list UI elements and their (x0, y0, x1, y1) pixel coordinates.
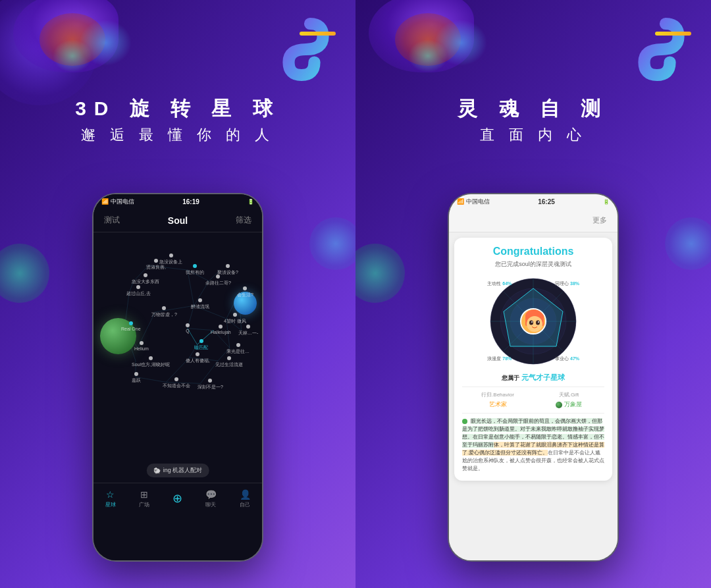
star-node-match[interactable]: 嗑匹配 (194, 339, 208, 351)
nav-right-text[interactable]: 筛选 (236, 215, 251, 226)
status-time: 16:19 (182, 198, 199, 205)
star-dot-13 (233, 313, 237, 317)
congrats-title: Congratulations (462, 246, 604, 257)
soul-s-logo (250, 7, 336, 92)
star-node-9[interactable]: 不知道会不会 (163, 377, 190, 389)
star-dot-drift (198, 298, 202, 302)
star-map[interactable]: 我所有的 贤淑良善, 急没大多东西 超过山丘,去 Real One (93, 232, 262, 483)
left-panel: 3D 旋 转 星 球 邂 逅 最 懂 你 的 人 📶 中国电信 16:19 🔋 … (0, 0, 356, 588)
right-nav-bar: 更多 (449, 209, 618, 232)
right-heading-sub: 直 面 内 心 (356, 125, 711, 145)
star-label-drift: 醉渣流氓 (191, 304, 209, 310)
star-node-hallelujah[interactable]: Hallelujah (211, 325, 231, 334)
star-node-8[interactable]: 嘉跃 (132, 372, 141, 384)
star-label-real-one: Real One (121, 327, 141, 331)
star-node-11[interactable]: 见过生活流逝 (215, 356, 243, 368)
tab-add[interactable]: ⊕ (172, 491, 182, 507)
right-scroll-content[interactable]: Congratulations 您已完成soul的深层灵魂测试 (449, 232, 618, 560)
right-nav-more[interactable]: 更多 (592, 215, 607, 225)
radar-chart: 主动性 64% 同理心 38% 浪漫度 78% (487, 275, 579, 367)
right-heading-main: 灵 魂 自 测 (356, 95, 711, 122)
star-node-13[interactable]: 4望时 微风 (224, 313, 246, 325)
star-node-14[interactable]: 余路往二哥? (205, 275, 231, 286)
star-node-3[interactable]: 急没大多东西 (132, 273, 159, 285)
star-node-10[interactable]: 深刻不是一? (198, 379, 223, 390)
star-dot-17 (243, 286, 247, 290)
tab-square[interactable]: ⊞ 广场 (139, 489, 149, 508)
star-node-1[interactable]: 我所有的 (186, 264, 204, 276)
description-text: 眼光长远，不会局限于眼前的苟且，会偶尔画大饼，但那是为了把饼吃到肠道里。对于未来… (462, 417, 604, 473)
nav-left-text[interactable]: 测试 (104, 215, 120, 226)
carrier-text: 中国电信 (111, 198, 134, 206)
star-label-5: 万物皆虚，? (151, 311, 177, 318)
star-label-match: 嗑匹配 (194, 344, 208, 351)
right-carrier-text: 中国电信 (466, 198, 490, 206)
stat-career-label: 事业心 (555, 356, 569, 361)
radar-labels: 主动性 64% 同理心 38% 浪漫度 78% (487, 275, 579, 367)
star-tab-icon: ☆ (106, 489, 115, 500)
congrats-card: Congratulations 您已完成soul的深层灵魂测试 (454, 238, 612, 481)
chat-tab-icon: 💬 (205, 489, 217, 500)
left-heading-main: 3D 旋 转 星 球 (0, 95, 356, 122)
stat-romance-value: 78% (502, 356, 512, 361)
star-label-6: 傻人有傻福, (186, 358, 210, 364)
right-carrier-wifi: 📶 中国电信 (457, 198, 490, 206)
battery-icon: 🔋 (248, 199, 254, 205)
blob-teal-tl (53, 40, 92, 72)
stat-empathy-value: 38% (570, 281, 579, 286)
green-dot-icon (462, 419, 467, 424)
star-node-7[interactable]: Soul也方,湖晓好呢 (132, 356, 170, 368)
star-label-17: 会生活? (237, 292, 253, 298)
stat-empathy: 同理心 38% (555, 281, 579, 287)
left-status-bar: 📶 中国电信 16:19 🔋 (93, 194, 262, 209)
star-node-17[interactable]: 会生活? (237, 286, 253, 298)
nav-title: Soul (168, 215, 188, 226)
star-node-16[interactable]: 急没设备上 (159, 254, 182, 265)
gift-label: 天赋.Gift (533, 391, 604, 398)
tab-chat[interactable]: 💬 聊天 (205, 489, 217, 508)
star-dot-10 (208, 379, 212, 383)
star-node-6[interactable]: 傻人有傻福, (186, 352, 210, 364)
star-dot-16 (169, 254, 173, 257)
yellow-accent-line (300, 32, 336, 36)
signal-icon: 📶 (101, 198, 109, 205)
left-heading-sub: 邂 逅 最 懂 你 的 人 (0, 125, 356, 145)
star-node-15[interactable]: 聚淡设备? (217, 264, 238, 276)
stat-empathy-label: 同理心 (555, 281, 569, 286)
divider-line-2 (462, 413, 604, 414)
star-node-12[interactable]: 乘光是往… (226, 343, 250, 355)
gift-item: 天赋.Gift 万象屋 (533, 391, 604, 409)
star-node-helium[interactable]: Helium (134, 341, 149, 351)
star-node-real-one[interactable]: Real One (121, 321, 141, 331)
tab-star[interactable]: ☆ 星球 (105, 489, 116, 508)
robot-badge[interactable]: 🐑 ing 机器人配对 (147, 464, 209, 477)
chat-tab-label: 聊天 (205, 501, 216, 508)
star-node-q[interactable]: Q (186, 323, 190, 333)
congrats-subtitle: 您已完成soul的深层灵魂测试 (462, 260, 604, 269)
star-dot-18 (246, 325, 250, 329)
star-dot-7 (149, 356, 153, 360)
star-label-18: 天林…一- (238, 330, 258, 336)
planet-name: 元气才子星球 (521, 373, 565, 381)
star-label-helium: Helium (134, 346, 149, 351)
star-node-5[interactable]: 万物皆虚，? (151, 306, 177, 318)
right-status-bar: 📶 中国电信 16:25 🔋 (449, 194, 618, 209)
stat-romance-label: 浪漫度 (487, 356, 501, 361)
star-node-drift[interactable]: 醉渣流氓 (191, 298, 209, 310)
profile-tab-icon: 👤 (240, 489, 251, 500)
star-dot-match (199, 339, 203, 343)
blob-mid-right (309, 217, 356, 270)
blob-mid-right-r (665, 217, 711, 270)
star-tab-label: 星球 (105, 501, 116, 508)
tab-profile[interactable]: 👤 自己 (240, 489, 251, 508)
star-dot-real-one (129, 321, 133, 325)
star-label-q: Q (186, 329, 189, 333)
star-node-18[interactable]: 天林…一- (238, 325, 258, 336)
star-dot-8 (134, 372, 138, 376)
right-status-time: 16:25 (538, 198, 555, 205)
robot-badge-text: ing 机器人配对 (163, 466, 203, 475)
behavior-value: 艺术家 (462, 400, 533, 409)
star-label-4: 超过山丘,去 (126, 290, 151, 297)
star-dot-12 (236, 343, 240, 347)
star-node-4[interactable]: 超过山丘,去 (126, 285, 151, 297)
